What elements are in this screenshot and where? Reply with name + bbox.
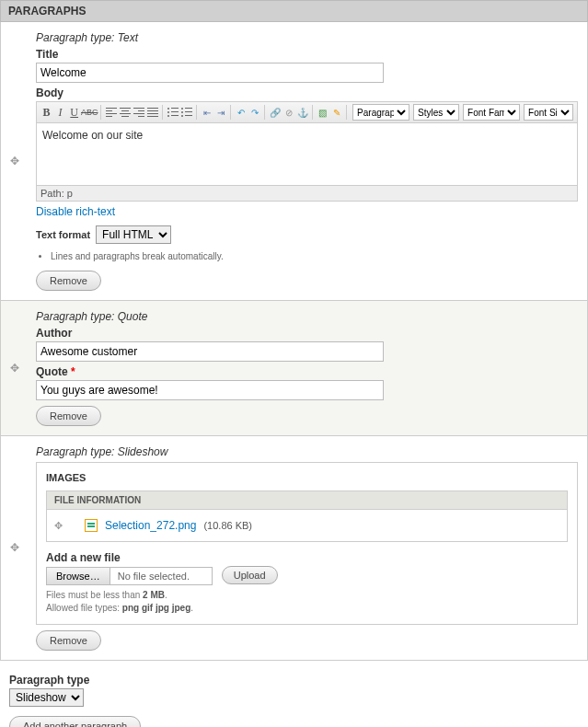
text-format-label: Text format xyxy=(36,229,90,240)
title-label: Title xyxy=(36,48,578,61)
toolbar-separator xyxy=(312,105,313,120)
format-hints: Lines and paragraphs break automatically… xyxy=(51,251,578,261)
body-editor[interactable]: Welcome on our site xyxy=(37,123,577,186)
ptype-label: Paragraph type: xyxy=(36,310,114,323)
remove-button[interactable]: Remove xyxy=(36,630,101,651)
file-info-header: FILE INFORMATION xyxy=(47,491,567,510)
add-paragraph-section: Paragraph type Slideshow Add another par… xyxy=(0,661,588,727)
hint-value: png gif jpg jpeg xyxy=(122,603,190,613)
undo-icon[interactable]: ↶ xyxy=(235,105,247,120)
text-format-select[interactable]: Full HTML xyxy=(96,225,171,244)
file-size: (10.86 KB) xyxy=(203,520,252,531)
toolbar-separator xyxy=(230,105,231,120)
add-another-paragraph-button[interactable]: Add another paragraph xyxy=(9,716,141,727)
ptype-label: Paragraph type: xyxy=(36,445,114,458)
numbered-list-icon[interactable] xyxy=(180,105,192,120)
body-label: Body xyxy=(36,87,578,99)
editor-path: Path: p xyxy=(37,186,577,201)
align-justify-icon[interactable] xyxy=(146,105,158,120)
hint-text: Allowed file types: xyxy=(46,603,122,613)
styles-select[interactable]: Styles xyxy=(413,104,459,121)
italic-icon[interactable]: I xyxy=(54,105,66,120)
quote-input[interactable] xyxy=(36,380,384,400)
paragraph-item-slideshow: ✥ Paragraph type: Slideshow IMAGES FILE … xyxy=(0,436,588,661)
format-select[interactable]: Paragraph xyxy=(352,104,409,121)
remove-button[interactable]: Remove xyxy=(36,406,101,426)
file-picker: Browse… No file selected. xyxy=(46,567,213,585)
font-size-select[interactable]: Font Size xyxy=(524,104,573,121)
ptype-value: Slideshow xyxy=(118,445,168,458)
drag-handle-icon[interactable]: ✥ xyxy=(10,362,19,375)
paragraph-type-line: Paragraph type: Quote xyxy=(36,310,578,323)
align-right-icon[interactable] xyxy=(133,105,144,120)
ptype-value: Quote xyxy=(118,310,148,323)
paragraph-item-quote: ✥ Paragraph type: Quote Author Quote * R… xyxy=(0,301,588,436)
text-format-row: Text format Full HTML xyxy=(36,225,578,244)
toolbar-separator xyxy=(196,105,197,120)
unlink-icon[interactable]: ⊘ xyxy=(282,105,294,120)
font-family-select[interactable]: Font Family xyxy=(463,104,520,121)
hint-value: 2 MB xyxy=(143,590,165,600)
ptype-label: Paragraph type: xyxy=(36,31,114,44)
disable-richtext-link[interactable]: Disable rich-text xyxy=(36,205,578,218)
paragraph-type-label: Paragraph type xyxy=(9,674,579,687)
file-hints: Files must be less than 2 MB. Allowed fi… xyxy=(46,589,568,615)
align-left-icon[interactable] xyxy=(105,105,117,120)
drag-handle-icon[interactable]: ✥ xyxy=(54,520,63,532)
path-label: Path: xyxy=(40,188,64,199)
indent-icon[interactable]: ⇥ xyxy=(214,105,226,120)
image-file-icon xyxy=(85,519,98,532)
path-value: p xyxy=(67,188,73,199)
drag-handle-icon[interactable]: ✥ xyxy=(10,541,19,554)
toolbar-separator xyxy=(162,105,163,120)
toolbar-separator xyxy=(346,105,347,120)
file-row: ✥ Selection_272.png (10.86 KB) xyxy=(47,510,567,541)
paragraph-type-line: Paragraph type: Text xyxy=(36,31,578,44)
underline-icon[interactable]: U xyxy=(68,105,80,120)
hint-item: Lines and paragraphs break automatically… xyxy=(51,251,578,261)
bullet-list-icon[interactable] xyxy=(167,105,179,120)
upload-button[interactable]: Upload xyxy=(222,566,278,584)
images-box: IMAGES FILE INFORMATION ✥ Selection_272.… xyxy=(36,462,578,625)
hint-text: Files must be less than xyxy=(46,590,143,600)
redo-icon[interactable]: ↷ xyxy=(248,105,260,120)
editor-toolbar: B I U ABC ⇤ ⇥ ↶ ↷ 🔗 ⊘ ⚓ ▧ ✎ Pa xyxy=(37,102,577,123)
anchor-icon[interactable]: ⚓ xyxy=(296,105,308,120)
ptype-value: Text xyxy=(118,31,138,44)
file-link[interactable]: Selection_272.png xyxy=(105,519,196,532)
align-center-icon[interactable] xyxy=(119,105,131,120)
image-icon[interactable]: ▧ xyxy=(317,105,329,120)
paragraph-type-select[interactable]: Slideshow xyxy=(9,688,84,707)
outdent-icon[interactable]: ⇤ xyxy=(201,105,213,120)
toolbar-separator xyxy=(100,105,101,120)
file-info-panel: FILE INFORMATION ✥ Selection_272.png (10… xyxy=(46,490,568,542)
paragraphs-header: PARAGRAPHS xyxy=(0,0,588,22)
author-input[interactable] xyxy=(36,341,384,362)
strikethrough-icon[interactable]: ABC xyxy=(82,105,97,120)
bold-icon[interactable]: B xyxy=(40,105,52,120)
add-file-label: Add a new file xyxy=(46,551,568,564)
author-label: Author xyxy=(36,327,578,340)
add-file-section: Add a new file Browse… No file selected.… xyxy=(46,551,568,615)
richtext-editor: B I U ABC ⇤ ⇥ ↶ ↷ 🔗 ⊘ ⚓ ▧ ✎ Pa xyxy=(36,101,578,202)
paragraph-type-line: Paragraph type: Slideshow xyxy=(36,445,578,458)
images-title: IMAGES xyxy=(46,472,568,483)
file-status-text: No file selected. xyxy=(110,568,212,584)
paragraph-item-text: ✥ Paragraph type: Text Title Body B I U … xyxy=(0,22,588,301)
link-icon[interactable]: 🔗 xyxy=(269,105,281,120)
remove-button[interactable]: Remove xyxy=(36,271,101,291)
browse-button[interactable]: Browse… xyxy=(47,568,110,584)
toolbar-separator xyxy=(264,105,265,120)
required-marker: * xyxy=(71,365,75,378)
drag-handle-icon[interactable]: ✥ xyxy=(10,155,19,167)
quote-label: Quote * xyxy=(36,365,578,378)
cleanup-icon[interactable]: ✎ xyxy=(330,105,342,120)
title-input[interactable] xyxy=(36,63,384,83)
